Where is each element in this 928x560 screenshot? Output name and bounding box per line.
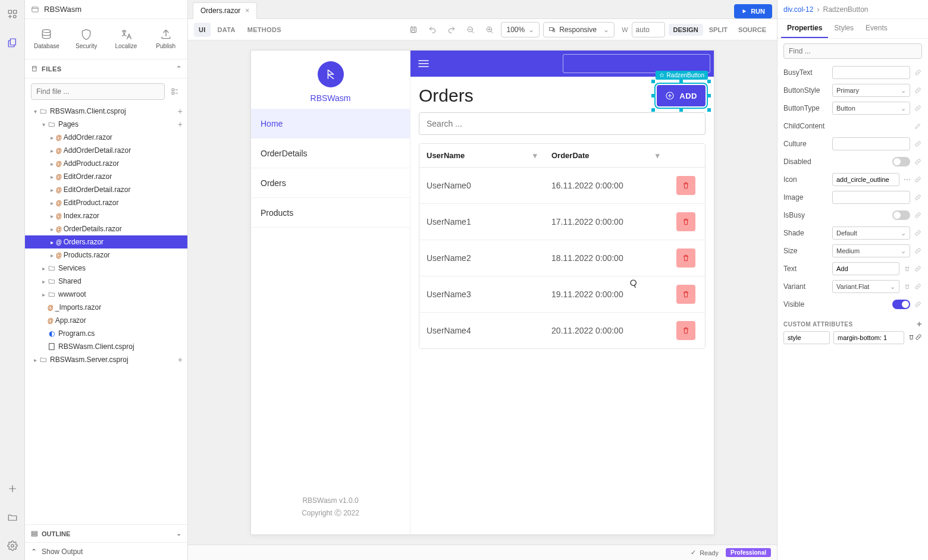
file-tree-row[interactable]: @_Imports.razor [25,301,187,314]
link-icon[interactable] [914,68,922,77]
file-tree-row[interactable]: ▸@Orders.razor [25,235,187,248]
file-tree-row[interactable]: ▸wwwroot [25,288,187,301]
link-icon[interactable] [914,282,922,291]
link-icon[interactable] [914,211,922,219]
file-tree-row[interactable]: ▸@EditOrderDetail.razor [25,183,187,196]
nav-item[interactable]: OrderDetails [251,139,410,168]
file-tree-row[interactable]: ▾RBSWasm.Client.csproj+ [25,105,187,118]
tab-properties[interactable]: Properties [781,19,828,38]
col-orderdate[interactable]: OrderDate▾ [544,144,667,167]
delete-button[interactable] [676,176,695,195]
file-tree-row[interactable]: ▸@OrderDetails.razor [25,222,187,235]
clear-icon[interactable] [903,282,911,291]
prop-toggle[interactable] [892,300,910,309]
prop-select[interactable]: Button⌄ [832,102,910,115]
responsive-select[interactable]: Responsive ⌄ [543,22,615,37]
add-attr-icon[interactable]: + [917,319,922,329]
mode-data[interactable]: DATA [213,23,240,37]
clear-icon[interactable] [903,265,911,273]
file-tree-row[interactable]: RBSWasm.Client.csproj [25,340,187,353]
mode-methods[interactable]: METHODS [243,23,286,37]
file-tree-row[interactable]: ▸@AddOrder.razor [25,131,187,144]
run-button[interactable]: RUN [734,4,772,18]
add-icon[interactable]: + [178,106,183,116]
file-tree-row[interactable]: ▸@Products.razor [25,248,187,262]
filter-icon[interactable]: ▾ [656,151,660,160]
table-row[interactable]: UserName319.11.2022 0:00:00 [419,276,705,313]
file-tree-row[interactable]: ▸Shared [25,275,187,288]
file-tree-row[interactable]: ▾Pages+ [25,118,187,131]
link-icon[interactable] [914,193,922,202]
prop-select[interactable]: Primary⌄ [832,84,910,97]
mode-ui[interactable]: UI [194,23,211,37]
file-tree-row[interactable]: ▸@EditProduct.razor [25,196,187,209]
file-tree-row[interactable]: ▸Services [25,262,187,275]
link-icon[interactable] [914,158,922,166]
link-icon[interactable] [914,265,922,273]
prop-input[interactable] [832,191,910,204]
zoom-select[interactable]: 100%⌄ [501,22,540,37]
table-row[interactable]: UserName218.11.2022 0:00:00 [419,240,705,276]
tab-orders[interactable]: Orders.razor × [193,2,257,19]
width-input[interactable] [632,22,665,37]
delete-button[interactable] [676,321,695,340]
nav-item[interactable]: Orders [251,168,410,198]
rail-settings-icon[interactable] [5,539,20,553]
tool-database[interactable]: Database [30,25,64,53]
close-icon[interactable]: × [245,7,249,15]
add-icon[interactable]: + [178,355,183,364]
link-icon[interactable] [915,334,922,342]
outline-header[interactable]: OUTLINE ⌄ [25,524,187,542]
delete-button[interactable] [676,285,695,304]
undo-icon[interactable] [425,22,440,37]
link-icon[interactable] [914,300,922,309]
zoom-in-icon[interactable] [482,22,497,37]
rail-components-icon[interactable] [5,7,20,21]
prop-toggle[interactable] [892,157,910,166]
tab-events[interactable]: Events [860,19,893,38]
more-icon[interactable]: ⋯ [903,175,911,184]
search-input[interactable] [419,112,706,135]
link-icon[interactable] [914,140,922,148]
file-tree-row[interactable]: ▸@AddProduct.razor [25,157,187,170]
file-tree-row[interactable]: ◐Program.cs [25,327,187,340]
prop-toggle[interactable] [892,210,910,220]
zoom-out-icon[interactable] [463,22,478,37]
prop-input[interactable] [832,262,899,275]
attr-key-input[interactable] [783,331,830,344]
table-row[interactable]: UserName420.11.2022 0:00:00 [419,313,705,348]
redo-icon[interactable] [444,22,459,37]
save-icon[interactable] [406,22,421,37]
add-icon[interactable]: + [178,119,183,129]
link-icon[interactable] [914,175,922,184]
delete-button[interactable] [676,212,695,231]
file-tree-row[interactable]: ▸@AddOrderDetail.razor [25,144,187,157]
prop-input[interactable] [832,137,910,150]
rail-files-icon[interactable] [5,36,20,50]
add-button[interactable]: ADD [657,85,706,106]
file-tree-row[interactable]: ▸@EditOrder.razor [25,170,187,183]
link-icon[interactable] [914,247,922,255]
edit-icon[interactable] [914,122,922,130]
clear-icon[interactable] [908,334,915,342]
nav-item[interactable]: Products [251,198,410,228]
attr-value-input[interactable] [833,331,904,344]
delete-button[interactable] [676,248,695,268]
file-tree-row[interactable]: ▸RBSWasm.Server.csproj+ [25,353,187,366]
prop-input[interactable] [832,66,910,79]
prop-select[interactable]: Default⌄ [832,226,910,240]
tool-security[interactable]: Security [70,25,104,53]
tree-collapse-icon[interactable] [168,85,181,98]
table-row[interactable]: UserName016.11.2022 0:00:00 [419,168,705,204]
tool-publish[interactable]: Publish [149,25,183,53]
show-output-button[interactable]: ⌃ Show Output [25,542,187,560]
tab-styles[interactable]: Styles [828,19,860,38]
files-header[interactable]: FILES ⌃ [25,59,187,78]
link-icon[interactable] [914,86,922,95]
find-file-input[interactable] [31,83,165,100]
col-username[interactable]: UserName▾ [419,144,544,167]
table-row[interactable]: UserName117.11.2022 0:00:00 [419,204,705,240]
link-icon[interactable] [914,104,922,112]
view-split[interactable]: SPLIT [704,24,732,36]
prop-select[interactable]: Variant.Flat⌄ [832,280,899,293]
